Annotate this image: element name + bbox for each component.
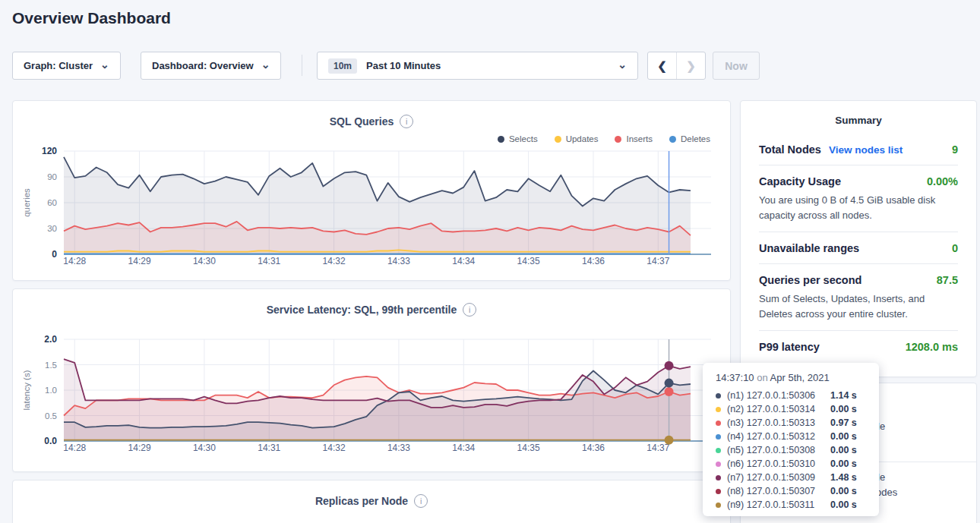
dashboard-dropdown-label: Dashboard: Overview bbox=[152, 60, 254, 71]
tooltip-node-address: (n2) 127.0.0.1:50314 bbox=[727, 404, 824, 414]
summary-heading: Summary bbox=[741, 101, 976, 134]
legend-dot-icon bbox=[498, 136, 504, 143]
legend-dot-icon bbox=[669, 136, 676, 143]
summary-row-capacity: Capacity Usage 0.00% You are using 0 B o… bbox=[759, 165, 958, 232]
time-range-dropdown[interactable]: 10m Past 10 Minutes ⌄ bbox=[317, 52, 638, 80]
svg-text:14:36: 14:36 bbox=[582, 256, 605, 266]
svg-text:60: 60 bbox=[47, 198, 57, 207]
capacity-usage-value: 0.00% bbox=[927, 175, 958, 187]
tooltip-node-address: (n7) 127.0.0.1:50309 bbox=[727, 472, 824, 483]
svg-text:30: 30 bbox=[47, 224, 57, 233]
svg-text:1.0: 1.0 bbox=[45, 386, 57, 395]
legend-item-inserts[interactable]: Inserts bbox=[615, 134, 653, 143]
legend-label: Inserts bbox=[626, 134, 653, 143]
tooltip-row: (n6) 127.0.0.1:503100.00 s bbox=[716, 457, 879, 471]
prev-time-button[interactable]: ❮ bbox=[648, 52, 677, 79]
series-dot-icon bbox=[716, 434, 721, 440]
svg-text:latency (s): latency (s) bbox=[22, 370, 31, 410]
svg-text:14:31: 14:31 bbox=[258, 443, 280, 453]
time-range-badge: 10m bbox=[328, 58, 357, 74]
service-latency-title: Service Latency: SQL, 99th percentile i bbox=[13, 303, 730, 317]
chevron-left-icon: ❮ bbox=[657, 59, 667, 73]
svg-text:0.5: 0.5 bbox=[45, 411, 57, 421]
summary-panel: Summary Total Nodes View nodes list 9 Ca… bbox=[740, 100, 977, 377]
tooltip-row: (n7) 127.0.0.1:503091.48 s bbox=[716, 471, 879, 484]
sql-chart-legend: SelectsUpdatesInsertsDeletes bbox=[498, 134, 710, 143]
total-nodes-value: 9 bbox=[952, 143, 958, 156]
replicas-per-node-card: Replicas per Node i bbox=[12, 480, 731, 523]
tooltip-time: 14:37:10 bbox=[716, 372, 754, 383]
tooltip-row: (n9) 127.0.0.1:503110.00 s bbox=[716, 498, 879, 512]
chart-tooltip: 14:37:10 on Apr 5th, 2021 (n1) 127.0.0.1… bbox=[703, 363, 879, 516]
page-title: Overview Dashboard bbox=[12, 9, 171, 27]
svg-text:14:37: 14:37 bbox=[646, 443, 669, 453]
svg-text:14:36: 14:36 bbox=[582, 443, 605, 453]
dashboard-dropdown[interactable]: Dashboard: Overview ⌄ bbox=[141, 52, 281, 80]
svg-text:14:35: 14:35 bbox=[517, 256, 540, 266]
svg-text:14:33: 14:33 bbox=[387, 443, 410, 453]
tooltip-node-address: (n6) 127.0.0.1:50310 bbox=[727, 458, 824, 469]
tooltip-node-value: 1.14 s bbox=[830, 390, 857, 401]
view-nodes-list-link[interactable]: View nodes list bbox=[829, 144, 903, 156]
legend-dot-icon bbox=[555, 136, 561, 143]
time-step-buttons: ❮ ❯ bbox=[647, 52, 706, 80]
svg-text:2.0: 2.0 bbox=[44, 334, 57, 345]
service-latency-chart[interactable]: 14:2814:2914:3014:3114:3214:3314:3414:35… bbox=[13, 289, 730, 471]
info-icon[interactable]: i bbox=[414, 494, 428, 508]
sql-queries-card: 14:2814:2914:3014:3114:3214:3314:3414:35… bbox=[12, 100, 731, 281]
svg-text:0: 0 bbox=[52, 249, 57, 260]
queries-per-second-value: 87.5 bbox=[937, 274, 958, 286]
capacity-usage-description: You are using 0 B of 4.5 GiB usable disk… bbox=[759, 193, 958, 222]
svg-text:90: 90 bbox=[47, 172, 57, 181]
tooltip-row: (n4) 127.0.0.1:503120.00 s bbox=[716, 430, 879, 443]
chart-title-text: Service Latency: SQL, 99th percentile bbox=[267, 304, 457, 316]
series-dot-icon bbox=[716, 448, 721, 453]
info-icon[interactable]: i bbox=[400, 115, 413, 128]
tooltip-node-value: 0.00 s bbox=[830, 431, 857, 442]
service-latency-card: 14:2814:2914:3014:3114:3214:3314:3414:35… bbox=[12, 288, 731, 472]
capacity-usage-label: Capacity Usage bbox=[759, 175, 841, 187]
series-dot-icon bbox=[716, 407, 721, 412]
legend-label: Updates bbox=[566, 134, 599, 143]
svg-text:14:29: 14:29 bbox=[128, 256, 151, 266]
legend-label: Deletes bbox=[681, 134, 710, 143]
tooltip-row: (n2) 127.0.0.1:503140.00 s bbox=[716, 402, 879, 416]
svg-text:14:30: 14:30 bbox=[193, 443, 216, 453]
legend-item-selects[interactable]: Selects bbox=[498, 134, 538, 143]
svg-text:14:34: 14:34 bbox=[452, 256, 475, 266]
chevron-right-icon: ❯ bbox=[686, 59, 696, 73]
chevron-down-icon: ⌄ bbox=[261, 61, 270, 68]
tooltip-on-word: on bbox=[757, 372, 767, 383]
tooltip-row: (n5) 127.0.0.1:503080.00 s bbox=[716, 443, 879, 457]
legend-item-deletes[interactable]: Deletes bbox=[669, 134, 710, 143]
svg-text:14:35: 14:35 bbox=[517, 443, 540, 453]
graph-dropdown[interactable]: Graph: Cluster ⌄ bbox=[12, 52, 121, 80]
next-time-button: ❯ bbox=[677, 52, 705, 79]
chart-title-text: Replicas per Node bbox=[315, 495, 408, 507]
tooltip-node-value: 0.97 s bbox=[830, 417, 857, 428]
series-dot-icon bbox=[716, 462, 721, 467]
tooltip-node-value: 0.00 s bbox=[830, 445, 857, 455]
svg-text:14:29: 14:29 bbox=[128, 443, 151, 453]
summary-row-p99: P99 latency 1208.0 ms bbox=[759, 331, 958, 362]
tooltip-row: (n8) 127.0.0.1:503070.00 s bbox=[716, 484, 879, 498]
chart-title-text: SQL Queries bbox=[330, 115, 394, 128]
total-nodes-label: Total Nodes bbox=[759, 143, 821, 156]
svg-text:14:32: 14:32 bbox=[323, 443, 346, 453]
p99-latency-label: P99 latency bbox=[759, 341, 820, 353]
svg-text:120: 120 bbox=[42, 146, 57, 156]
svg-text:14:32: 14:32 bbox=[323, 256, 346, 266]
now-button: Now bbox=[713, 52, 760, 80]
controls-divider bbox=[302, 55, 302, 76]
svg-text:14:37: 14:37 bbox=[646, 256, 669, 266]
legend-item-updates[interactable]: Updates bbox=[555, 134, 599, 143]
tooltip-node-value: 0.00 s bbox=[830, 458, 857, 469]
tooltip-node-address: (n5) 127.0.0.1:50308 bbox=[727, 445, 824, 455]
tooltip-node-value: 1.48 s bbox=[830, 472, 857, 483]
summary-row-unavailable-ranges: Unavailable ranges 0 bbox=[759, 232, 958, 264]
legend-dot-icon bbox=[615, 136, 621, 143]
series-dot-icon bbox=[716, 489, 721, 494]
summary-row-total-nodes: Total Nodes View nodes list 9 bbox=[759, 134, 958, 165]
series-dot-icon bbox=[716, 393, 721, 399]
info-icon[interactable]: i bbox=[463, 303, 476, 317]
